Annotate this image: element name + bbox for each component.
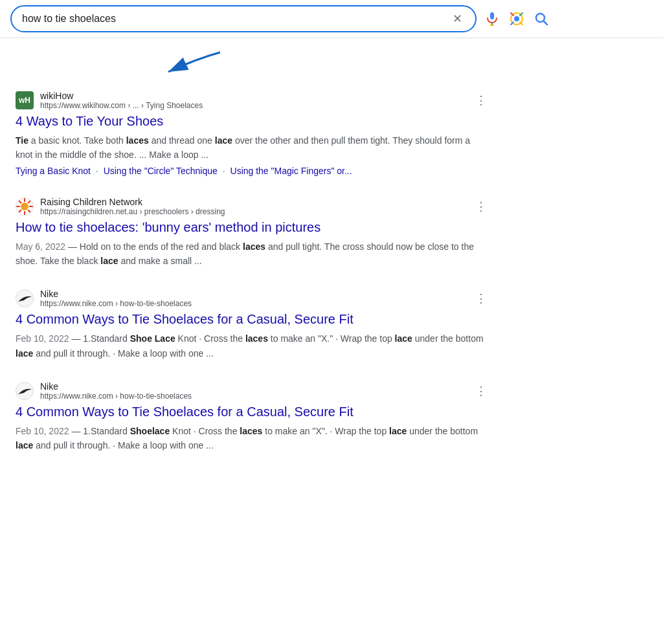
result-item: wH wikiHow https://www.wikihow.com › ...… bbox=[16, 91, 489, 176]
sitelink[interactable]: Using the "Magic Fingers" or... bbox=[230, 166, 352, 176]
svg-line-6 bbox=[544, 21, 548, 25]
clear-icon: ✕ bbox=[453, 12, 462, 25]
result-snippet: May 6, 2022 — Hold on to the ends of the… bbox=[16, 239, 489, 268]
svg-point-17 bbox=[22, 204, 27, 209]
result-date: May 6, 2022 bbox=[16, 241, 65, 252]
source-name: Nike bbox=[40, 381, 192, 392]
search-input-container: how to tie shoelaces ✕ bbox=[10, 5, 477, 32]
source-row: wH wikiHow https://www.wikihow.com › ...… bbox=[16, 91, 489, 110]
source-url: https://www.wikihow.com › ... › Tying Sh… bbox=[40, 101, 203, 110]
clear-search-button[interactable]: ✕ bbox=[450, 12, 465, 26]
source-row: Nike https://www.nike.com › how-to-tie-s… bbox=[16, 381, 489, 401]
lens-search-button[interactable] bbox=[509, 11, 524, 27]
bold-word: laces bbox=[245, 333, 268, 344]
source-url: https://www.nike.com › how-to-tie-shoela… bbox=[40, 299, 192, 308]
bold-word: laces bbox=[126, 135, 149, 146]
bold-word: Tie bbox=[16, 135, 28, 146]
source-name: Raising Children Network bbox=[40, 197, 225, 207]
result-item: Nike https://www.nike.com › how-to-tie-s… bbox=[16, 381, 489, 452]
bold-word: Shoelace bbox=[130, 426, 170, 436]
result-date: Feb 10, 2022 bbox=[16, 333, 69, 344]
result-date: Feb 10, 2022 bbox=[16, 426, 69, 436]
favicon bbox=[16, 289, 34, 307]
svg-line-14 bbox=[28, 210, 30, 212]
result-more-button[interactable]: ⋮ bbox=[473, 384, 489, 398]
sitelinks: Tying a Basic Knot · Using the "Circle" … bbox=[16, 166, 489, 176]
source-row: Nike https://www.nike.com › how-to-tie-s… bbox=[16, 289, 489, 308]
result-item: Raising Children Network https://raising… bbox=[16, 197, 489, 268]
svg-line-15 bbox=[28, 201, 30, 203]
svg-rect-0 bbox=[490, 12, 494, 19]
bold-word: lace bbox=[215, 135, 232, 146]
favicon: wH bbox=[16, 91, 34, 109]
source-info: Nike https://www.nike.com › how-to-tie-s… bbox=[40, 289, 192, 308]
svg-line-13 bbox=[19, 201, 21, 203]
results-container: wH wikiHow https://www.wikihow.com › ...… bbox=[0, 80, 505, 483]
bold-word: lace bbox=[16, 440, 33, 450]
source-info: Nike https://www.nike.com › how-to-tie-s… bbox=[40, 381, 192, 401]
search-icon bbox=[534, 11, 549, 27]
mic-icon bbox=[484, 11, 500, 27]
favicon-text: wH bbox=[19, 96, 30, 105]
bold-word: lace bbox=[389, 426, 407, 436]
result-more-button[interactable]: ⋮ bbox=[473, 291, 489, 305]
bold-word: laces bbox=[240, 426, 262, 436]
result-item: Nike https://www.nike.com › how-to-tie-s… bbox=[16, 289, 489, 360]
search-input[interactable]: how to tie shoelaces bbox=[22, 13, 450, 25]
source-url: https://raisingchildren.net.au › prescho… bbox=[40, 207, 225, 216]
bold-word: lace bbox=[395, 333, 412, 344]
sitelink[interactable]: Using the "Circle" Technique bbox=[104, 166, 218, 176]
sunburst-icon bbox=[16, 198, 33, 215]
bold-word: Shoe Lace bbox=[130, 333, 175, 344]
lens-icon bbox=[509, 11, 524, 27]
source-name: wikiHow bbox=[40, 91, 203, 101]
nike-swoosh-icon bbox=[16, 290, 33, 307]
favicon bbox=[16, 197, 34, 216]
source-row: Raising Children Network https://raising… bbox=[16, 197, 489, 216]
nike-swoosh-icon bbox=[16, 383, 33, 399]
result-title-link[interactable]: 4 Common Ways to Tie Shoelaces for a Cas… bbox=[16, 311, 489, 328]
result-title-link[interactable]: 4 Common Ways to Tie Shoelaces for a Cas… bbox=[16, 403, 489, 420]
annotation-arrow bbox=[0, 38, 220, 80]
search-bar-wrapper: how to tie shoelaces ✕ bbox=[0, 0, 663, 38]
result-snippet: Tie a basic knot. Take both laces and th… bbox=[16, 133, 489, 162]
voice-search-button[interactable] bbox=[484, 11, 500, 27]
svg-point-4 bbox=[514, 16, 519, 21]
result-more-button[interactable]: ⋮ bbox=[473, 199, 489, 214]
bold-word: lace bbox=[16, 348, 33, 359]
source-info: Raising Children Network https://raising… bbox=[40, 197, 225, 216]
favicon bbox=[16, 382, 34, 400]
annotation-arrow-container bbox=[0, 38, 663, 80]
search-icons-right bbox=[484, 11, 549, 27]
svg-line-16 bbox=[19, 210, 21, 212]
source-info: wikiHow https://www.wikihow.com › ... › … bbox=[40, 91, 203, 110]
result-snippet: Feb 10, 2022 — 1.Standard Shoelace Knot … bbox=[16, 424, 489, 452]
search-submit-button[interactable] bbox=[534, 11, 549, 27]
source-name: Nike bbox=[40, 289, 192, 299]
result-snippet: Feb 10, 2022 — 1.Standard Shoe Lace Knot… bbox=[16, 331, 489, 360]
bold-word: lace bbox=[100, 256, 118, 266]
bold-word: laces bbox=[243, 241, 265, 252]
source-url: https://www.nike.com › how-to-tie-shoela… bbox=[40, 392, 192, 401]
sitelink[interactable]: Tying a Basic Knot bbox=[16, 166, 91, 176]
result-more-button[interactable]: ⋮ bbox=[473, 93, 489, 107]
result-title-link[interactable]: How to tie shoelaces: 'bunny ears' metho… bbox=[16, 219, 489, 236]
result-title-link[interactable]: 4 Ways to Tie Your Shoes bbox=[16, 113, 489, 129]
